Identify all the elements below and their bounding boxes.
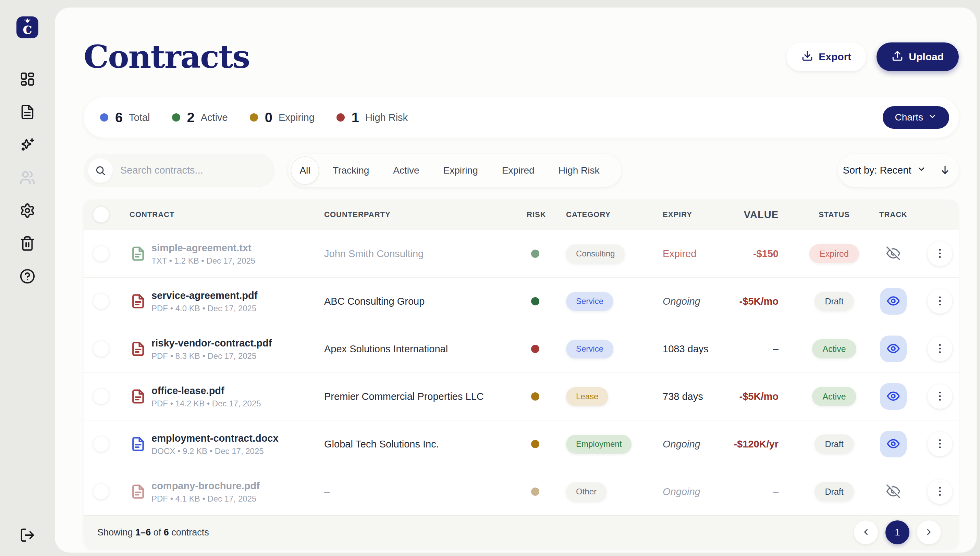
export-button[interactable]: Export — [786, 42, 866, 71]
counterparty: Apex Solutions International — [324, 343, 526, 355]
counterparty: ABC Consulting Group — [324, 296, 526, 307]
tab-tracking[interactable]: Tracking — [321, 154, 381, 187]
track-toggle-off[interactable] — [886, 485, 900, 499]
table-row[interactable]: office-lease.pdfPDF • 14.2 KB • Dec 17, … — [84, 372, 959, 420]
risk-dot — [531, 488, 539, 496]
contract-meta: PDF • 8.3 KB • Dec 17, 2025 — [151, 351, 272, 361]
logout-icon — [19, 527, 35, 544]
sidebar-item-users[interactable] — [19, 170, 36, 186]
row-menu-button[interactable] — [928, 241, 952, 266]
col-expiry: EXPIRY — [663, 210, 748, 219]
row-checkbox[interactable] — [93, 293, 109, 309]
stat-label: Expiring — [279, 112, 314, 123]
stat-value: 0 — [265, 110, 272, 125]
page-title: Contracts — [84, 38, 249, 75]
download-icon — [802, 50, 813, 64]
category-badge: Other — [566, 482, 606, 501]
ai-sparkles-icon — [19, 137, 35, 154]
risk-dot — [531, 392, 539, 401]
export-label: Export — [819, 51, 851, 63]
contract-value: – — [748, 343, 802, 355]
tab-expiring[interactable]: Expiring — [431, 154, 490, 187]
contract-meta: PDF • 14.2 KB • Dec 17, 2025 — [151, 399, 261, 409]
row-menu-button[interactable] — [928, 384, 952, 409]
chevron-right-icon — [924, 527, 934, 538]
file-txt-icon — [131, 245, 146, 263]
table-row[interactable]: simple-agreement.txtTXT • 1.2 KB • Dec 1… — [84, 230, 959, 277]
eye-icon — [886, 342, 900, 356]
file-pdf-icon — [131, 388, 146, 406]
sort-by-dropdown[interactable]: Sort by: Recent — [838, 164, 931, 176]
row-checkbox[interactable] — [93, 341, 109, 357]
status-badge: Draft — [815, 482, 854, 501]
search-input[interactable] — [120, 165, 267, 176]
expiry-value: Ongoing — [663, 296, 748, 307]
track-toggle-on[interactable] — [880, 383, 907, 410]
row-checkbox[interactable] — [93, 389, 109, 404]
select-all-checkbox[interactable] — [93, 207, 109, 223]
logout-button[interactable] — [19, 527, 36, 544]
contract-filename: service-agreement.pdf — [151, 289, 258, 302]
page-number-button[interactable]: 1 — [885, 520, 909, 545]
upload-button[interactable]: Upload — [876, 42, 959, 71]
table-row[interactable]: employment-contract.docxDOCX • 9.2 KB • … — [84, 420, 959, 468]
next-page-button[interactable] — [917, 520, 941, 545]
row-checkbox[interactable] — [93, 246, 109, 262]
row-menu-button[interactable] — [928, 432, 952, 456]
tab-expired[interactable]: Expired — [490, 154, 546, 187]
chevron-down-icon — [928, 112, 937, 123]
tab-all[interactable]: All — [291, 157, 319, 184]
track-toggle-off[interactable] — [886, 247, 900, 261]
sidebar-item-dashboard[interactable] — [19, 71, 36, 88]
col-category: CATEGORY — [566, 210, 663, 219]
track-toggle-on[interactable] — [880, 431, 907, 457]
eye-off-icon — [886, 485, 900, 499]
eye-icon — [886, 389, 900, 404]
status-badge: Draft — [815, 435, 854, 454]
track-toggle-on[interactable] — [880, 288, 907, 315]
status-badge: Active — [812, 339, 856, 359]
table-header: CONTRACT COUNTERPARTY RISK CATEGORY EXPI… — [84, 200, 959, 230]
help-icon — [19, 268, 35, 285]
col-value: VALUE — [748, 209, 802, 220]
main-panel: Contracts Export Upload 6 Total — [55, 8, 977, 553]
file-docx-icon — [131, 435, 146, 453]
contract-value: -$150 — [748, 248, 802, 260]
active-dot — [172, 113, 180, 121]
stat-value: 6 — [115, 110, 123, 125]
row-menu-button[interactable] — [928, 479, 952, 504]
pagination: 1 — [854, 520, 941, 545]
table-row[interactable]: company-brochure.pdfPDF • 4.1 KB • Dec 1… — [84, 468, 959, 515]
table-row[interactable]: service-agreement.pdfPDF • 4.0 KB • Dec … — [84, 277, 959, 325]
stat-value: 2 — [187, 110, 194, 125]
row-menu-button[interactable] — [928, 289, 952, 314]
row-checkbox[interactable] — [93, 436, 109, 452]
contract-meta: PDF • 4.1 KB • Dec 17, 2025 — [151, 494, 260, 504]
expiry-value: Ongoing — [663, 486, 748, 498]
sidebar-item-help[interactable] — [19, 268, 36, 285]
category-badge: Employment — [566, 435, 632, 454]
eye-icon — [886, 294, 900, 309]
contract-filename: simple-agreement.txt — [151, 242, 255, 254]
sidebar-item-settings[interactable] — [19, 203, 36, 219]
documents-icon — [19, 104, 35, 121]
row-checkbox[interactable] — [93, 484, 109, 499]
row-menu-button[interactable] — [928, 336, 952, 361]
sidebar-item-ai-tools[interactable] — [19, 137, 36, 154]
contract-value: – — [748, 486, 802, 498]
track-toggle-on[interactable] — [880, 336, 907, 362]
contract-value: -$120K/yr — [748, 438, 802, 450]
sidebar-item-documents[interactable] — [19, 104, 36, 121]
search-box[interactable] — [84, 154, 274, 187]
risk-dot — [531, 440, 539, 448]
sort-direction-button[interactable] — [931, 164, 959, 176]
sidebar-item-trash[interactable] — [19, 236, 36, 252]
table-row[interactable]: risky-vendor-contract.pdfPDF • 8.3 KB • … — [84, 325, 959, 372]
tab-high-risk[interactable]: High Risk — [546, 154, 612, 187]
prev-page-button[interactable] — [854, 520, 878, 545]
stat-label: Active — [201, 112, 228, 123]
expiry-value: 1083 days — [663, 343, 748, 355]
app-logo[interactable]: c — [16, 16, 38, 38]
tab-active[interactable]: Active — [381, 154, 431, 187]
charts-dropdown-button[interactable]: Charts — [883, 106, 949, 129]
